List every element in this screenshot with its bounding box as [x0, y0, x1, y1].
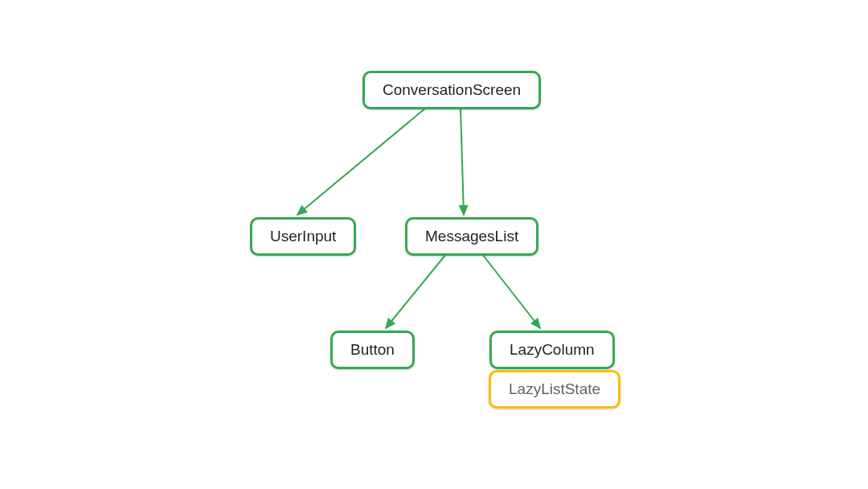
node-label: LazyListState [509, 380, 600, 397]
node-label: Button [350, 341, 395, 358]
svg-line-2 [461, 108, 464, 215]
svg-line-3 [386, 254, 446, 328]
node-label: ConversationScreen [383, 81, 521, 98]
svg-line-1 [297, 108, 426, 215]
node-messages-list: MessagesList [405, 217, 538, 256]
node-lazy-list-state: LazyListState [489, 370, 620, 409]
node-button: Button [330, 331, 415, 369]
node-lazy-column: LazyColumn [489, 331, 615, 369]
node-label: MessagesList [425, 228, 518, 244]
node-label: LazyColumn [510, 341, 595, 358]
svg-line-4 [482, 254, 540, 328]
node-conversation-screen: ConversationScreen [362, 71, 541, 109]
node-label: UserInput [270, 228, 336, 244]
node-user-input: UserInput [250, 217, 356, 256]
